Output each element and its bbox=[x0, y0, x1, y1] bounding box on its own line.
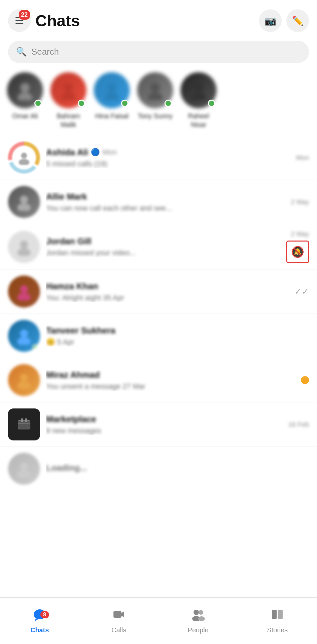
chat-preview: You unsent a message 27 Mar bbox=[46, 382, 295, 391]
compose-button[interactable]: ✏️ bbox=[286, 9, 309, 32]
chat-avatar bbox=[8, 364, 40, 396]
chat-name: Hamza Khan bbox=[46, 281, 98, 292]
chat-meta bbox=[301, 376, 309, 384]
svg-point-3 bbox=[61, 92, 76, 100]
svg-point-0 bbox=[20, 83, 30, 92]
svg-rect-26 bbox=[25, 418, 27, 422]
story-name: Bahram Malik bbox=[50, 112, 87, 129]
chat-info: Ashida Ali 🔵 Mon 5 missed calls (19) bbox=[46, 147, 290, 168]
chat-item[interactable]: Hamza Khan You: Alright aight 35 Apr ✓✓ bbox=[0, 270, 317, 314]
svg-point-11 bbox=[19, 159, 29, 165]
svg-point-6 bbox=[150, 83, 160, 92]
chat-item-partial[interactable]: Loading... bbox=[0, 447, 317, 491]
app-header: 22 Chats 📷 ✏️ bbox=[0, 0, 317, 37]
svg-point-14 bbox=[20, 241, 28, 249]
svg-point-8 bbox=[194, 83, 203, 92]
chat-item[interactable]: Allie Mark You can now call each other a… bbox=[0, 180, 317, 224]
chat-meta: Mon bbox=[296, 154, 309, 162]
search-bar[interactable]: 🔍 Search bbox=[8, 41, 309, 63]
svg-point-20 bbox=[20, 374, 28, 382]
story-item[interactable]: Hina Faisal bbox=[93, 72, 130, 129]
chat-info: Miraz Ahmad You unsent a message 27 Mar bbox=[46, 370, 295, 391]
chat-info: Marketplace 9 new messages bbox=[46, 414, 282, 435]
chat-preview: You: Alright aight 35 Apr bbox=[46, 294, 288, 302]
chat-name: Allie Mark bbox=[46, 192, 87, 202]
svg-point-15 bbox=[17, 248, 31, 256]
svg-point-33 bbox=[194, 610, 199, 615]
marketplace-avatar bbox=[8, 408, 40, 440]
compose-icon: ✏️ bbox=[292, 15, 304, 26]
bottom-navigation: 8 Chats Calls People bbox=[0, 597, 317, 644]
svg-rect-38 bbox=[278, 610, 283, 619]
online-indicator bbox=[165, 100, 172, 107]
chat-avatar bbox=[8, 186, 40, 218]
menu-button[interactable]: 22 bbox=[8, 9, 31, 32]
story-item[interactable]: Bahram Malik bbox=[50, 72, 87, 129]
muted-bell-icon: 🔕 bbox=[291, 246, 304, 258]
seen-icon: ✓✓ bbox=[294, 287, 309, 297]
chat-item[interactable]: Miraz Ahmad You unsent a message 27 Mar bbox=[0, 358, 317, 402]
page-title: Chats bbox=[35, 12, 80, 30]
chat-name-suffix: Mon bbox=[102, 148, 117, 157]
chat-item[interactable]: Marketplace 9 new messages 16 Feb bbox=[0, 402, 317, 447]
chat-meta: 16 Feb bbox=[288, 421, 309, 428]
chat-item[interactable]: Jordan Gill Jordan missed your video... … bbox=[0, 224, 317, 270]
svg-point-1 bbox=[18, 92, 32, 100]
camera-icon: 📷 bbox=[265, 15, 276, 26]
svg-point-27 bbox=[20, 462, 28, 470]
nav-item-people[interactable]: People bbox=[158, 598, 238, 644]
chat-item[interactable]: Ashida Ali 🔵 Mon 5 missed calls (19) Mon bbox=[0, 136, 317, 180]
story-name: Tony Sunny bbox=[138, 112, 173, 120]
chats-nav-icon: 8 bbox=[32, 608, 47, 624]
chat-time: 2 May bbox=[291, 230, 309, 238]
chat-name: Loading... bbox=[46, 463, 87, 473]
svg-point-13 bbox=[17, 203, 31, 211]
svg-rect-23 bbox=[18, 420, 30, 429]
chat-preview: 😊 5 Apr bbox=[46, 338, 303, 346]
svg-point-12 bbox=[20, 196, 28, 204]
stories-row: Omar Ali Bahram Malik Hina Faisal Tony S… bbox=[0, 69, 317, 136]
svg-point-2 bbox=[64, 83, 73, 92]
chat-info: Allie Mark You can now call each other a… bbox=[46, 192, 285, 213]
story-item[interactable]: Raheel Nisar bbox=[180, 72, 217, 129]
camera-button[interactable]: 📷 bbox=[259, 9, 282, 32]
online-indicator bbox=[208, 100, 215, 107]
nav-item-stories[interactable]: Stories bbox=[238, 598, 317, 644]
online-indicator bbox=[121, 100, 128, 107]
svg-rect-37 bbox=[272, 610, 277, 619]
chat-time: 16 Feb bbox=[288, 421, 309, 428]
chat-preview: 5 missed calls (19) bbox=[46, 160, 290, 168]
svg-point-5 bbox=[104, 92, 119, 100]
people-nav-icon bbox=[192, 608, 205, 624]
svg-point-36 bbox=[198, 616, 205, 621]
nav-label-people: People bbox=[188, 626, 209, 634]
chat-time: 2 May bbox=[291, 198, 309, 206]
chat-preview: 9 new messages bbox=[46, 426, 282, 435]
unread-dot bbox=[301, 376, 309, 384]
nav-label-stories: Stories bbox=[267, 626, 288, 634]
chat-meta: 2 May bbox=[291, 198, 309, 206]
nav-item-calls[interactable]: Calls bbox=[79, 598, 159, 644]
svg-rect-25 bbox=[21, 418, 23, 422]
calls-nav-icon bbox=[112, 608, 125, 624]
svg-point-9 bbox=[191, 92, 206, 100]
chat-info: Loading... bbox=[46, 463, 309, 475]
chat-list: Ashida Ali 🔵 Mon 5 missed calls (19) Mon… bbox=[0, 136, 317, 491]
menu-badge: 22 bbox=[19, 10, 30, 20]
chat-avatar bbox=[8, 276, 40, 308]
svg-marker-32 bbox=[121, 611, 124, 617]
nav-label-chats: Chats bbox=[30, 626, 49, 634]
chat-info: Jordan Gill Jordan missed your video... bbox=[46, 236, 280, 257]
story-item[interactable]: Omar Ali bbox=[7, 72, 43, 129]
svg-point-17 bbox=[17, 293, 31, 301]
chats-badge: 8 bbox=[40, 611, 49, 618]
svg-point-16 bbox=[20, 285, 28, 293]
story-item[interactable]: Tony Sunny bbox=[137, 72, 174, 129]
nav-item-chats[interactable]: 8 Chats bbox=[0, 598, 79, 644]
chat-item[interactable]: Tanveer Sukhera 😊 5 Apr bbox=[0, 314, 317, 358]
story-name: Hina Faisal bbox=[95, 112, 128, 120]
chat-name: Marketplace bbox=[46, 414, 96, 424]
chat-name: Ashida Ali bbox=[46, 147, 88, 158]
muted-icon-box: 🔕 bbox=[286, 241, 309, 263]
header-left: 22 Chats bbox=[8, 9, 80, 32]
